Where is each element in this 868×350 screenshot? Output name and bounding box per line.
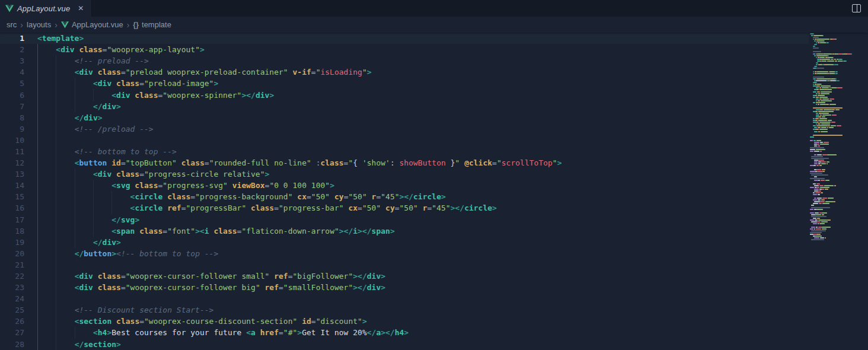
code-line[interactable]: 18 <span class="font"><i class="flaticon… bbox=[0, 225, 809, 237]
line-number[interactable]: 25 bbox=[0, 306, 24, 314]
line-number[interactable]: 12 bbox=[0, 158, 24, 167]
code-line[interactable]: 28 </section> bbox=[0, 339, 809, 350]
line-number[interactable]: 5 bbox=[0, 79, 24, 88]
code-line[interactable]: 25 <!-- Discount section Start--> bbox=[0, 304, 809, 316]
line-content: <div class="wooprex-app-layout"> bbox=[24, 44, 205, 55]
line-content: <div class="progress-circle relative"> bbox=[24, 168, 269, 180]
line-number[interactable]: 3 bbox=[0, 56, 24, 65]
indent-guide bbox=[37, 146, 38, 157]
line-number[interactable]: 27 bbox=[0, 328, 24, 337]
breadcrumb-item-template[interactable]: {}template bbox=[133, 20, 171, 29]
vue-icon bbox=[5, 5, 14, 12]
code-line[interactable]: 22 <div class="wooprex-cursor-follower s… bbox=[0, 271, 809, 282]
indent-guide bbox=[75, 101, 75, 112]
line-number[interactable]: 9 bbox=[0, 125, 24, 133]
breadcrumb-item-applayout-vue[interactable]: AppLayout.vue bbox=[61, 20, 123, 29]
indent-guide bbox=[56, 304, 56, 316]
line-content: <span class="font"><i class="flaticon-do… bbox=[24, 225, 395, 237]
line-number[interactable]: 13 bbox=[0, 170, 24, 179]
code-line[interactable]: 13 <div class="progress-circle relative"… bbox=[0, 168, 809, 180]
indent-guide bbox=[37, 248, 38, 259]
line-number[interactable]: 16 bbox=[0, 203, 24, 212]
code-line[interactable]: 23 <div class="wooprex-cursor-follower b… bbox=[0, 282, 809, 293]
code-line[interactable]: 8 </div> bbox=[0, 112, 809, 123]
line-content: <div class="wooprex-cursor-follower big"… bbox=[24, 282, 385, 293]
line-number[interactable]: 21 bbox=[0, 260, 24, 269]
indent-guide bbox=[56, 225, 56, 237]
code-line[interactable]: 27 <h4>Best courses for your future <a h… bbox=[0, 327, 809, 338]
line-content: </div> bbox=[24, 237, 121, 248]
indent-guide bbox=[75, 78, 75, 89]
code-line[interactable]: 5 <div class="preload-image"> bbox=[0, 78, 809, 89]
indent-guide bbox=[93, 191, 94, 202]
code-line[interactable]: 17 </svg> bbox=[0, 214, 809, 225]
tab-close-icon[interactable]: ✕ bbox=[76, 4, 85, 13]
indent-guide bbox=[56, 135, 56, 146]
code-line[interactable]: 20 </button><!-- bottom to top --> bbox=[0, 248, 809, 259]
code-line[interactable]: 3 <!-- preload --> bbox=[0, 55, 809, 66]
line-number[interactable]: 4 bbox=[0, 68, 24, 77]
code-line[interactable]: 2 <div class="wooprex-app-layout"> bbox=[0, 44, 809, 55]
indent-guide bbox=[56, 168, 56, 180]
code-line[interactable]: 16 <circle ref="progressBar" class="prog… bbox=[0, 202, 809, 214]
indent-guide bbox=[37, 157, 38, 168]
line-number[interactable]: 11 bbox=[0, 147, 24, 156]
line-number[interactable]: 7 bbox=[0, 102, 24, 111]
line-content: </div> bbox=[24, 112, 103, 123]
indent-guide bbox=[75, 180, 75, 191]
line-content: </svg> bbox=[24, 214, 139, 225]
code-line[interactable]: 24 bbox=[0, 293, 809, 304]
indent-guide bbox=[56, 293, 56, 304]
line-number[interactable]: 19 bbox=[0, 238, 24, 247]
line-number[interactable]: 8 bbox=[0, 113, 24, 122]
code-line[interactable]: 11 <!-- bottom to top --> bbox=[0, 146, 809, 157]
line-number[interactable]: 18 bbox=[0, 227, 24, 236]
tab-bar: AppLayout.vue ✕ bbox=[0, 0, 868, 17]
indent-guide bbox=[93, 225, 94, 237]
indent-guide bbox=[37, 44, 38, 55]
code-line[interactable]: 6 <div class="wooprex-spinner"></div> bbox=[0, 89, 809, 100]
code-line[interactable]: 15 <circle class="progress-background" c… bbox=[0, 191, 809, 202]
code-line[interactable]: 26 <section class="wooprex-course-discou… bbox=[0, 316, 809, 327]
line-number[interactable]: 22 bbox=[0, 272, 24, 281]
indent-guide bbox=[37, 237, 38, 248]
tab-applayout-vue[interactable]: AppLayout.vue ✕ bbox=[0, 0, 92, 17]
line-number[interactable]: 28 bbox=[0, 340, 24, 349]
code-line[interactable]: 10 bbox=[0, 135, 809, 146]
code-line[interactable]: 9 <!-- /preload --> bbox=[0, 123, 809, 135]
indent-guide bbox=[93, 214, 94, 225]
code-line[interactable]: 19 </div> bbox=[0, 237, 809, 248]
line-number[interactable]: 14 bbox=[0, 181, 24, 190]
line-number[interactable]: 17 bbox=[0, 215, 24, 224]
indent-guide bbox=[37, 180, 38, 191]
line-number[interactable]: 20 bbox=[0, 249, 24, 258]
indent-guide bbox=[37, 168, 38, 180]
line-content bbox=[24, 259, 75, 271]
line-content: <!-- bottom to top --> bbox=[24, 146, 177, 157]
line-number[interactable]: 24 bbox=[0, 294, 24, 303]
line-number[interactable]: 1 bbox=[0, 34, 24, 43]
line-content: </div> bbox=[24, 101, 121, 112]
code-line[interactable]: 12 <button id="topButton" class="rounded… bbox=[0, 157, 809, 168]
breadcrumb-label: AppLayout.vue bbox=[72, 20, 123, 29]
breadcrumb-item-src[interactable]: src bbox=[7, 20, 17, 29]
code-line[interactable]: 4 <div class="preload wooprex-preload-co… bbox=[0, 66, 809, 78]
chevron-right-icon: › bbox=[55, 21, 58, 29]
line-number[interactable]: 6 bbox=[0, 91, 24, 100]
chevron-right-icon: › bbox=[20, 21, 23, 29]
indent-guide bbox=[37, 191, 38, 202]
code-line[interactable]: 1<template> bbox=[0, 33, 809, 44]
breadcrumb-item-layouts[interactable]: layouts bbox=[27, 20, 51, 29]
split-editor-icon[interactable] bbox=[852, 4, 861, 12]
code-line[interactable]: 21 bbox=[0, 259, 809, 271]
line-number[interactable]: 23 bbox=[0, 283, 24, 292]
code-editor[interactable]: 1<template>2 <div class="wooprex-app-lay… bbox=[0, 33, 868, 350]
code-line[interactable]: 7 </div> bbox=[0, 101, 809, 112]
line-number[interactable]: 10 bbox=[0, 136, 24, 145]
indent-guide bbox=[56, 316, 56, 327]
line-number[interactable]: 15 bbox=[0, 192, 24, 201]
line-number[interactable]: 26 bbox=[0, 317, 24, 326]
line-number[interactable]: 2 bbox=[0, 45, 24, 54]
minimap[interactable] bbox=[810, 33, 868, 350]
code-line[interactable]: 14 <svg class="progress-svg" viewBox="0 … bbox=[0, 180, 809, 191]
